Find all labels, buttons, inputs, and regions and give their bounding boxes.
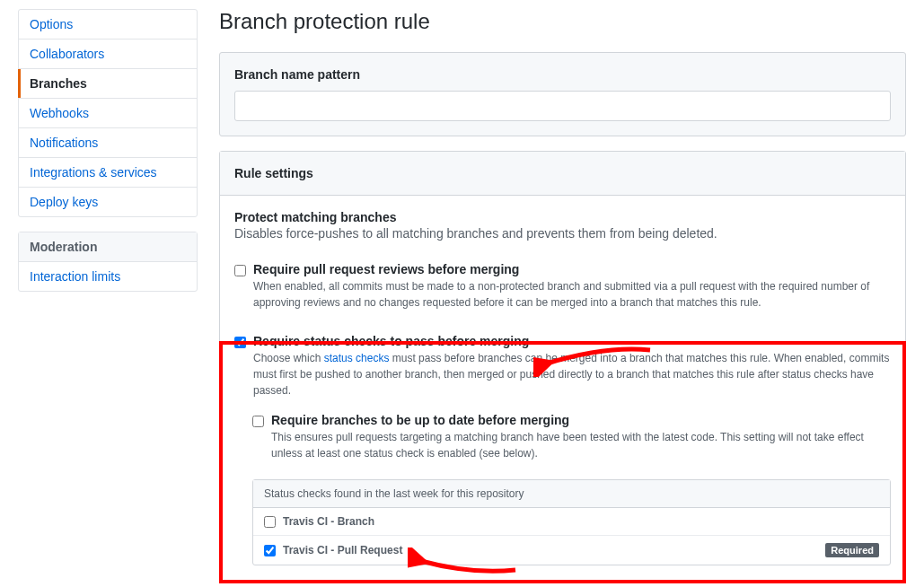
require-uptodate-desc: This ensures pull requests targeting a m… xyxy=(271,429,891,461)
status-check-travis-branch-name: Travis CI - Branch xyxy=(283,515,879,528)
protect-branches-desc: Disables force-pushes to all matching br… xyxy=(234,226,891,241)
page-title: Branch protection rule xyxy=(219,9,906,34)
require-pr-reviews-checkbox[interactable] xyxy=(234,265,246,276)
main-content: Branch protection rule Branch name patte… xyxy=(219,9,906,587)
branch-pattern-input[interactable] xyxy=(234,91,891,121)
sidebar-item-integrations[interactable]: Integrations & services xyxy=(19,158,197,188)
rule-settings-panel: Rule settings Protect matching branches … xyxy=(219,151,906,581)
require-pr-reviews-label: Require pull request reviews before merg… xyxy=(253,262,891,276)
require-status-checks-row: Require status checks to pass before mer… xyxy=(234,327,891,406)
sidebar-item-branches[interactable]: Branches xyxy=(19,69,197,99)
required-badge: Required xyxy=(825,543,879,557)
require-uptodate-row: Require branches to be up to date before… xyxy=(252,406,891,469)
sidebar-item-interaction-limits[interactable]: Interaction limits xyxy=(19,262,197,291)
sidebar-item-notifications[interactable]: Notifications xyxy=(19,128,197,158)
require-pr-reviews-desc: When enabled, all commits must be made t… xyxy=(253,278,891,311)
protect-branches-title: Protect matching branches xyxy=(234,210,891,224)
branch-pattern-panel: Branch name pattern xyxy=(219,52,906,136)
require-status-desc-pre: Choose which xyxy=(253,352,324,364)
sidebar-moderation-group: Moderation Interaction limits xyxy=(18,232,198,292)
sidebar-item-deploy-keys[interactable]: Deploy keys xyxy=(19,188,197,216)
status-checks-list-heading: Status checks found in the last week for… xyxy=(253,480,890,508)
sidebar-item-webhooks[interactable]: Webhooks xyxy=(19,99,197,128)
sidebar-moderation-heading: Moderation xyxy=(19,232,197,262)
status-checks-list: Status checks found in the last week for… xyxy=(252,479,891,565)
sidebar-main-group: Options Collaborators Branches Webhooks … xyxy=(18,9,198,217)
require-status-checks-checkbox[interactable] xyxy=(234,337,246,348)
status-check-row-travis-pr: Travis CI - Pull Request Required xyxy=(253,536,890,565)
require-pr-reviews-row: Require pull request reviews before merg… xyxy=(234,255,891,318)
status-check-row-travis-branch: Travis CI - Branch xyxy=(253,508,890,536)
require-status-checks-desc: Choose which status checks must pass bef… xyxy=(253,350,891,399)
status-check-travis-pr-name: Travis CI - Pull Request xyxy=(283,544,818,556)
status-check-travis-branch-checkbox[interactable] xyxy=(264,516,276,528)
settings-sidebar: Options Collaborators Branches Webhooks … xyxy=(18,9,198,587)
require-uptodate-label: Require branches to be up to date before… xyxy=(271,413,891,427)
rule-settings-heading: Rule settings xyxy=(220,152,905,196)
branch-pattern-label: Branch name pattern xyxy=(234,67,891,82)
require-uptodate-checkbox[interactable] xyxy=(252,416,264,427)
status-check-travis-pr-checkbox[interactable] xyxy=(264,545,276,556)
status-checks-link[interactable]: status checks xyxy=(324,352,390,364)
require-status-checks-label: Require status checks to pass before mer… xyxy=(253,334,891,348)
sidebar-item-options[interactable]: Options xyxy=(19,10,197,39)
sidebar-item-collaborators[interactable]: Collaborators xyxy=(19,39,197,69)
